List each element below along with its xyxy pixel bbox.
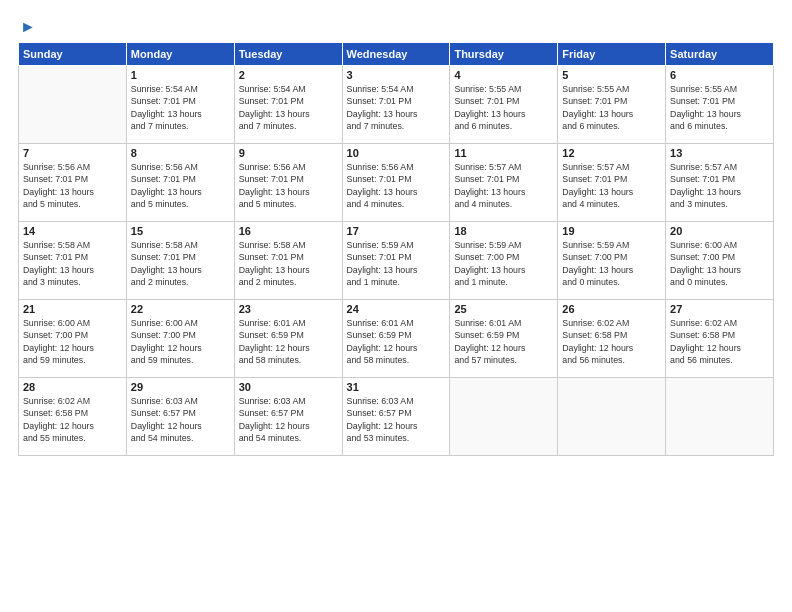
calendar-cell: 20Sunrise: 6:00 AM Sunset: 7:00 PM Dayli… [666,222,774,300]
day-number: 9 [239,147,338,159]
day-info: Sunrise: 5:55 AM Sunset: 7:01 PM Dayligh… [454,83,553,132]
day-number: 24 [347,303,446,315]
day-info: Sunrise: 6:01 AM Sunset: 6:59 PM Dayligh… [347,317,446,366]
day-info: Sunrise: 6:00 AM Sunset: 7:00 PM Dayligh… [670,239,769,288]
day-number: 17 [347,225,446,237]
day-info: Sunrise: 5:57 AM Sunset: 7:01 PM Dayligh… [670,161,769,210]
calendar-cell: 8Sunrise: 5:56 AM Sunset: 7:01 PM Daylig… [126,144,234,222]
calendar-cell: 1Sunrise: 5:54 AM Sunset: 7:01 PM Daylig… [126,66,234,144]
calendar-cell: 22Sunrise: 6:00 AM Sunset: 7:00 PM Dayli… [126,300,234,378]
calendar-cell: 5Sunrise: 5:55 AM Sunset: 7:01 PM Daylig… [558,66,666,144]
day-info: Sunrise: 5:57 AM Sunset: 7:01 PM Dayligh… [562,161,661,210]
day-number: 29 [131,381,230,393]
logo: ► [18,18,36,34]
day-info: Sunrise: 5:56 AM Sunset: 7:01 PM Dayligh… [131,161,230,210]
day-number: 3 [347,69,446,81]
day-number: 20 [670,225,769,237]
week-row-3: 14Sunrise: 5:58 AM Sunset: 7:01 PM Dayli… [19,222,774,300]
day-number: 14 [23,225,122,237]
calendar-cell: 4Sunrise: 5:55 AM Sunset: 7:01 PM Daylig… [450,66,558,144]
day-info: Sunrise: 5:58 AM Sunset: 7:01 PM Dayligh… [239,239,338,288]
calendar-cell: 29Sunrise: 6:03 AM Sunset: 6:57 PM Dayli… [126,378,234,456]
day-info: Sunrise: 5:56 AM Sunset: 7:01 PM Dayligh… [23,161,122,210]
day-number: 22 [131,303,230,315]
weekday-header-friday: Friday [558,43,666,66]
day-info: Sunrise: 6:03 AM Sunset: 6:57 PM Dayligh… [347,395,446,444]
calendar-cell: 10Sunrise: 5:56 AM Sunset: 7:01 PM Dayli… [342,144,450,222]
day-info: Sunrise: 6:00 AM Sunset: 7:00 PM Dayligh… [131,317,230,366]
calendar-cell: 2Sunrise: 5:54 AM Sunset: 7:01 PM Daylig… [234,66,342,144]
calendar-cell: 13Sunrise: 5:57 AM Sunset: 7:01 PM Dayli… [666,144,774,222]
weekday-header-row: SundayMondayTuesdayWednesdayThursdayFrid… [19,43,774,66]
day-info: Sunrise: 6:02 AM Sunset: 6:58 PM Dayligh… [670,317,769,366]
calendar-cell: 18Sunrise: 5:59 AM Sunset: 7:00 PM Dayli… [450,222,558,300]
week-row-4: 21Sunrise: 6:00 AM Sunset: 7:00 PM Dayli… [19,300,774,378]
day-number: 13 [670,147,769,159]
calendar-cell: 9Sunrise: 5:56 AM Sunset: 7:01 PM Daylig… [234,144,342,222]
day-info: Sunrise: 5:59 AM Sunset: 7:00 PM Dayligh… [454,239,553,288]
calendar-cell: 23Sunrise: 6:01 AM Sunset: 6:59 PM Dayli… [234,300,342,378]
day-number: 27 [670,303,769,315]
day-number: 4 [454,69,553,81]
weekday-header-sunday: Sunday [19,43,127,66]
day-info: Sunrise: 6:02 AM Sunset: 6:58 PM Dayligh… [23,395,122,444]
calendar-cell: 26Sunrise: 6:02 AM Sunset: 6:58 PM Dayli… [558,300,666,378]
day-number: 23 [239,303,338,315]
day-number: 6 [670,69,769,81]
logo-bird-icon: ► [20,18,36,36]
day-info: Sunrise: 6:00 AM Sunset: 7:00 PM Dayligh… [23,317,122,366]
day-number: 11 [454,147,553,159]
day-info: Sunrise: 5:55 AM Sunset: 7:01 PM Dayligh… [562,83,661,132]
day-info: Sunrise: 6:01 AM Sunset: 6:59 PM Dayligh… [239,317,338,366]
day-info: Sunrise: 5:54 AM Sunset: 7:01 PM Dayligh… [347,83,446,132]
day-info: Sunrise: 5:54 AM Sunset: 7:01 PM Dayligh… [239,83,338,132]
day-info: Sunrise: 5:59 AM Sunset: 7:00 PM Dayligh… [562,239,661,288]
calendar-table: SundayMondayTuesdayWednesdayThursdayFrid… [18,42,774,456]
day-number: 16 [239,225,338,237]
calendar-cell: 19Sunrise: 5:59 AM Sunset: 7:00 PM Dayli… [558,222,666,300]
day-info: Sunrise: 5:58 AM Sunset: 7:01 PM Dayligh… [131,239,230,288]
day-number: 21 [23,303,122,315]
day-info: Sunrise: 5:59 AM Sunset: 7:01 PM Dayligh… [347,239,446,288]
calendar-cell: 21Sunrise: 6:00 AM Sunset: 7:00 PM Dayli… [19,300,127,378]
day-info: Sunrise: 6:01 AM Sunset: 6:59 PM Dayligh… [454,317,553,366]
weekday-header-monday: Monday [126,43,234,66]
day-number: 18 [454,225,553,237]
weekday-header-saturday: Saturday [666,43,774,66]
calendar-cell: 27Sunrise: 6:02 AM Sunset: 6:58 PM Dayli… [666,300,774,378]
day-number: 7 [23,147,122,159]
day-info: Sunrise: 5:56 AM Sunset: 7:01 PM Dayligh… [239,161,338,210]
calendar-cell: 7Sunrise: 5:56 AM Sunset: 7:01 PM Daylig… [19,144,127,222]
calendar-cell [450,378,558,456]
calendar-cell: 16Sunrise: 5:58 AM Sunset: 7:01 PM Dayli… [234,222,342,300]
day-number: 15 [131,225,230,237]
day-number: 10 [347,147,446,159]
day-info: Sunrise: 5:58 AM Sunset: 7:01 PM Dayligh… [23,239,122,288]
calendar-cell: 15Sunrise: 5:58 AM Sunset: 7:01 PM Dayli… [126,222,234,300]
weekday-header-wednesday: Wednesday [342,43,450,66]
calendar-cell [19,66,127,144]
calendar-cell: 30Sunrise: 6:03 AM Sunset: 6:57 PM Dayli… [234,378,342,456]
day-info: Sunrise: 5:56 AM Sunset: 7:01 PM Dayligh… [347,161,446,210]
week-row-2: 7Sunrise: 5:56 AM Sunset: 7:01 PM Daylig… [19,144,774,222]
header: ► [18,18,774,34]
weekday-header-tuesday: Tuesday [234,43,342,66]
calendar-cell: 11Sunrise: 5:57 AM Sunset: 7:01 PM Dayli… [450,144,558,222]
day-number: 1 [131,69,230,81]
calendar-cell [558,378,666,456]
day-number: 12 [562,147,661,159]
day-info: Sunrise: 5:57 AM Sunset: 7:01 PM Dayligh… [454,161,553,210]
day-info: Sunrise: 6:03 AM Sunset: 6:57 PM Dayligh… [239,395,338,444]
calendar-cell: 24Sunrise: 6:01 AM Sunset: 6:59 PM Dayli… [342,300,450,378]
calendar-cell: 17Sunrise: 5:59 AM Sunset: 7:01 PM Dayli… [342,222,450,300]
calendar-cell: 14Sunrise: 5:58 AM Sunset: 7:01 PM Dayli… [19,222,127,300]
calendar-cell: 28Sunrise: 6:02 AM Sunset: 6:58 PM Dayli… [19,378,127,456]
day-number: 30 [239,381,338,393]
day-info: Sunrise: 6:03 AM Sunset: 6:57 PM Dayligh… [131,395,230,444]
calendar-cell: 12Sunrise: 5:57 AM Sunset: 7:01 PM Dayli… [558,144,666,222]
week-row-1: 1Sunrise: 5:54 AM Sunset: 7:01 PM Daylig… [19,66,774,144]
weekday-header-thursday: Thursday [450,43,558,66]
calendar-cell: 3Sunrise: 5:54 AM Sunset: 7:01 PM Daylig… [342,66,450,144]
week-row-5: 28Sunrise: 6:02 AM Sunset: 6:58 PM Dayli… [19,378,774,456]
page: ► SundayMondayTuesdayWednesdayThursdayFr… [0,0,792,612]
